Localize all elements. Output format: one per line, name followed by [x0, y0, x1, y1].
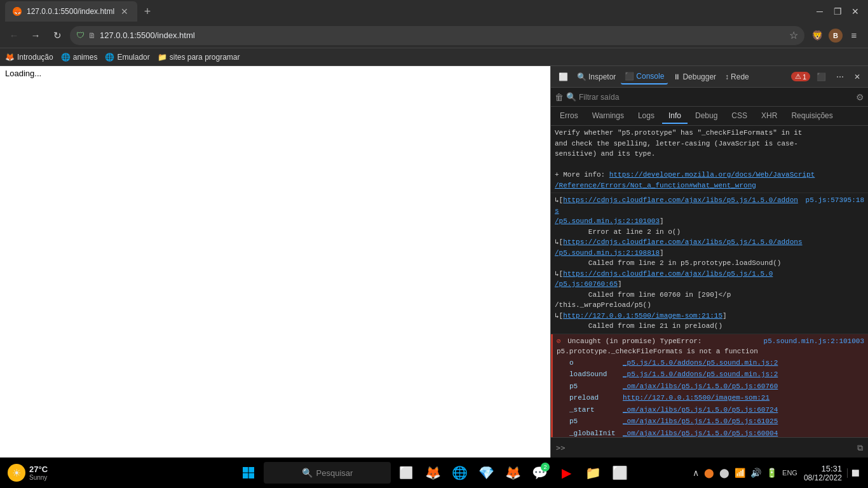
new-tab-button[interactable]: + — [140, 4, 155, 19]
stack-loc-globalinit[interactable]: _om/ajax/libs/p5.js/1.5.0/p5.js:60004 — [623, 428, 778, 438]
minimize-button[interactable]: ─ — [812, 4, 827, 19]
nav-right-buttons: 🦁 B ≡ — [808, 27, 863, 44]
bookmark-star-button[interactable]: ☆ — [789, 29, 798, 41]
bookmark-introducao[interactable]: 🦊 Introdução — [5, 53, 53, 62]
stack-fn-preload: preload — [569, 393, 620, 403]
start-button[interactable] — [237, 461, 260, 484]
bookmark-label-introducao: Introdução — [17, 53, 53, 62]
stack-loc-loadSound[interactable]: _p5.js/1.5.0/addons/p5.sound.min.js:2 — [623, 369, 778, 380]
console-filter-input[interactable] — [579, 93, 853, 102]
search-button[interactable]: 🔍 Pesquisar — [264, 462, 391, 484]
subtab-logs[interactable]: Logs — [632, 109, 661, 124]
devtools-tab-rede[interactable]: ↕ Rede — [721, 70, 753, 84]
source-link-2b[interactable]: https://cdnjs.cloudflare.com/ajax/libs/p… — [555, 238, 803, 257]
brave-shield-button[interactable]: 🦁 — [808, 27, 826, 44]
source-link-2a[interactable]: https://cdnjs.cloudflare.com/ajax/libs/p… — [555, 196, 798, 225]
devtools-pick-element-button[interactable]: ⬜ — [555, 70, 572, 84]
devtools-tab-console[interactable]: ⬛ Console — [621, 69, 668, 85]
console-prompt-symbol: >> — [556, 444, 565, 452]
clear-console-button[interactable]: 🗑 — [555, 92, 564, 102]
source-link-2d[interactable]: http://127.0.0.1:5500/imagem-som:21:15 — [563, 312, 722, 320]
taskbar-left: ☀ 27°C Sunny — [8, 464, 48, 482]
menu-button[interactable]: ≡ — [845, 27, 863, 44]
bookmark-favicon-introducao: 🦊 — [5, 53, 15, 62]
devtools-tab-inspetor[interactable]: 🔍 Inspetor — [573, 70, 620, 84]
main-area: Loading... ⬜ 🔍 Inspetor ⬛ Console ⏸ — [0, 66, 868, 458]
bookmark-animes[interactable]: 🌐 animes — [61, 53, 98, 62]
console-settings-button[interactable]: ⚙ — [856, 92, 864, 102]
devtools-panel: ⬜ 🔍 Inspetor ⬛ Console ⏸ Debugger ↕ Rede — [550, 66, 868, 458]
console-output[interactable]: Verify whether "p5.prototype" has "_chec… — [551, 126, 868, 437]
tray-icon-2[interactable]: ⬤ — [718, 466, 731, 479]
stack-loc-o[interactable]: _p5.js/1.5.0/addons/p5.sound.min.js:2 — [623, 358, 778, 369]
tray-icon-1[interactable]: ⬤ — [703, 466, 715, 479]
show-desktop-button[interactable]: ⬜ — [847, 468, 860, 478]
error-count-badge: ⚠ 1 — [791, 72, 810, 81]
address-bar-wrap[interactable]: 🛡 🗎 ☆ — [70, 26, 804, 45]
taskbar-whatsapp-icon[interactable]: 💬 2 — [528, 461, 551, 484]
taskbar-search-placeholder: Pesquisar — [316, 468, 353, 478]
back-button[interactable]: ← — [5, 27, 23, 44]
bookmark-favicon-sites: 📁 — [158, 53, 167, 62]
rede-label: Rede — [731, 72, 749, 81]
taskbar-mozilla-icon[interactable]: 🦊 — [501, 461, 524, 484]
log-text-1: Verify whether "p5.prototype" has "_chec… — [555, 128, 864, 191]
taskbar-chrome-icon[interactable]: 🌐 — [448, 461, 471, 484]
close-button[interactable]: ✕ — [848, 4, 863, 19]
stack-loc-p5-1[interactable]: _om/ajax/libs/p5.js/1.5.0/p5.js:60760 — [623, 381, 778, 392]
brave-profile-button[interactable]: B — [829, 29, 843, 43]
tray-battery-icon[interactable]: 🔋 — [765, 466, 778, 479]
devtools-overflow-button[interactable]: ⋯ — [832, 70, 848, 84]
address-input[interactable] — [100, 30, 785, 40]
bookmark-favicon-emulador: 🌐 — [105, 53, 114, 62]
task-view-button[interactable]: ⬜ — [395, 461, 417, 484]
reload-button[interactable]: ↻ — [48, 27, 66, 44]
stack-loc-start[interactable]: _om/ajax/libs/p5.js/1.5.0/p5.js:60724 — [623, 405, 778, 416]
taskbar-youtube-icon[interactable]: ▶ — [555, 461, 578, 484]
stack-fn-p5-2: p5 — [569, 416, 620, 427]
stack-loc-preload[interactable]: http://127.0.0.1:5500/imagem-som:21 — [623, 393, 770, 403]
stack-line-preload: preload http://127.0.0.1:5500/imagem-som… — [569, 392, 864, 404]
log-entry-2: p5.js:57395:18 ↳[https://cdnjs.cloudflar… — [551, 193, 868, 334]
bookmark-emulador[interactable]: 🌐 Emulador — [105, 53, 149, 62]
stack-loc-p5-2[interactable]: _om/ajax/libs/p5.js/1.5.0/p5.js:61025 — [623, 416, 778, 427]
copy-console-button[interactable]: ⧉ — [857, 443, 863, 453]
taskbar-explorer-icon[interactable]: 📁 — [581, 461, 604, 484]
clock-time: 15:31 — [804, 464, 842, 473]
svg-rect-1 — [249, 467, 255, 473]
loading-text: Loading... — [3, 66, 44, 81]
tray-volume-icon[interactable]: 🔊 — [749, 466, 763, 479]
log-source-error[interactable]: p5.sound.min.js:2:101003 — [764, 336, 864, 347]
more-info-link-1[interactable]: https://developer.mozilla.org/docs/Web/J… — [555, 171, 815, 189]
taskbar-terminal-icon[interactable]: ⬜ — [608, 461, 631, 484]
tab-close-button[interactable]: ✕ — [119, 6, 130, 17]
taskbar-vscode-icon[interactable]: 💎 — [475, 461, 498, 484]
subtab-css[interactable]: CSS — [725, 109, 754, 124]
subtab-erros[interactable]: Erros — [553, 109, 585, 124]
tray-up-arrow[interactable]: ∧ — [691, 466, 700, 479]
tab-area: 🦊 127.0.0.1:5500/index.html ✕ + — [5, 1, 807, 22]
subtab-requisicoes[interactable]: Requisições — [785, 109, 839, 124]
error-text: Uncaught (in promise) TypeError: p5.prot… — [557, 337, 758, 356]
forward-button[interactable]: → — [27, 27, 44, 44]
maximize-button[interactable]: ❐ — [830, 4, 845, 19]
responsive-design-button[interactable]: ⬛ — [813, 70, 830, 84]
taskbar-firefox-icon[interactable]: 🦊 — [421, 461, 444, 484]
filter-icon: 🔍 — [566, 92, 576, 102]
devtools-tab-debugger[interactable]: ⏸ Debugger — [669, 70, 720, 84]
bookmark-sites-programar[interactable]: 📁 sites para programar — [158, 53, 240, 62]
subtab-warnings[interactable]: Warnings — [586, 109, 630, 124]
active-tab[interactable]: 🦊 127.0.0.1:5500/index.html ✕ — [5, 1, 137, 22]
whatsapp-badge: 2 — [541, 463, 550, 471]
system-clock[interactable]: 15:31 08/12/2022 — [804, 464, 842, 482]
log-source-2[interactable]: p5.js:57395:18 — [806, 195, 864, 206]
subtab-info[interactable]: Info — [662, 109, 688, 124]
tray-wifi-icon[interactable]: 📶 — [733, 466, 747, 479]
devtools-close-button[interactable]: ✕ — [850, 70, 864, 84]
subtab-xhr[interactable]: XHR — [755, 109, 783, 124]
source-link-2c[interactable]: https://cdnjs.cloudflare.com/ajax/libs/p… — [555, 270, 773, 288]
console-input[interactable] — [569, 444, 857, 452]
subtab-debug[interactable]: Debug — [689, 109, 724, 124]
stack-fn-p5-1: p5 — [569, 381, 620, 392]
tray-icon-eng[interactable]: ENG — [781, 468, 799, 478]
